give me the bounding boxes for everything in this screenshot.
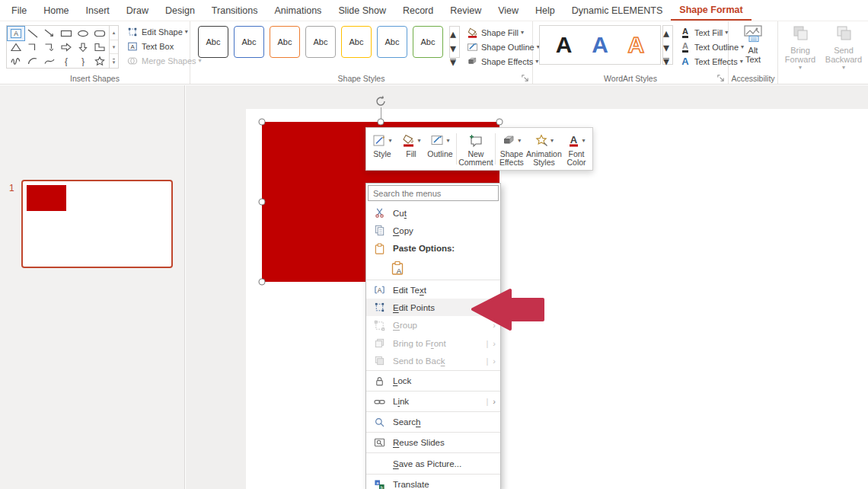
tab-view[interactable]: View [490, 0, 527, 21]
shape-elbow-connector-icon[interactable] [24, 40, 41, 54]
menu-item-save-as-picture[interactable]: Save as Picture... [366, 454, 500, 473]
tab-draw[interactable]: Draw [118, 0, 157, 21]
styles-scroll-up-button[interactable]: ▴ [450, 27, 459, 41]
shape-style-chip-3[interactable]: Abc [270, 26, 300, 58]
shape-arrow-line-icon[interactable] [41, 27, 58, 40]
tab-shape-format-active[interactable]: Shape Format [671, 0, 751, 21]
shape-fill-icon [466, 27, 478, 38]
shapes-gallery-scrollbar: ▴ ▾ ▾ [109, 26, 118, 68]
shape-effects-button[interactable]: Shape Effects ▾ [466, 54, 531, 69]
shape-curve-icon[interactable] [41, 54, 58, 68]
svg-text:A: A [570, 134, 578, 145]
mini-animation-styles-button[interactable]: ▾ Animation Styles [526, 130, 562, 168]
resize-handle-top-right[interactable] [496, 119, 503, 126]
tab-help[interactable]: Help [527, 0, 563, 21]
shape-elbow-arrow-icon[interactable] [41, 40, 58, 54]
resize-handle-middle-left[interactable] [259, 199, 266, 206]
shape-arc-icon[interactable] [24, 54, 41, 68]
wordart-scroll-up-button[interactable]: ▴ [663, 26, 672, 40]
alt-text-button[interactable]: Alt Text [733, 24, 773, 72]
mini-shape-effects-button[interactable]: ▾ Shape Effects [497, 130, 526, 168]
mini-font-color-button[interactable]: A▾ Font Color [562, 130, 591, 168]
merge-shapes-button[interactable]: Merge Shapes ▾ [126, 53, 189, 68]
menu-item-cut[interactable]: Cut [366, 204, 500, 222]
menu-item-send-to-back[interactable]: Send to Back |› [366, 352, 500, 369]
rotation-handle[interactable] [374, 94, 388, 108]
mini-new-comment-button[interactable]: New Comment [458, 130, 493, 168]
tab-animations[interactable]: Animations [266, 0, 330, 21]
shape-rounded-rect-icon[interactable] [91, 27, 108, 40]
group-wordart-styles: A A A ▴ ▾ ▾ A Text Fill ▾ A Text Outline… [533, 21, 729, 84]
mini-shape-effects-chevron-icon: ▾ [518, 137, 521, 144]
shape-triangle-icon[interactable] [8, 40, 24, 54]
tab-home[interactable]: Home [35, 0, 77, 21]
shape-effects-label: Shape Effects [481, 57, 533, 66]
shape-block-arrow-right-icon[interactable] [58, 40, 75, 54]
mini-outline-button[interactable]: ▾ Outline [426, 130, 455, 168]
menu-item-link[interactable]: Link |› [366, 392, 500, 411]
shape-left-brace-icon[interactable]: { [58, 54, 75, 68]
styles-more-button[interactable]: ▾ [450, 56, 459, 69]
thumbnail-red-rectangle [27, 185, 66, 211]
menu-item-reuse-slides[interactable]: Reuse Slides [366, 433, 500, 452]
tab-review[interactable]: Review [442, 0, 490, 21]
shapes-scroll-down-button[interactable]: ▾ [110, 40, 118, 55]
tab-transitions[interactable]: Transitions [203, 0, 266, 21]
resize-handle-bottom-left[interactable] [259, 279, 266, 286]
shape-oval-icon[interactable] [75, 27, 91, 40]
resize-handle-top-left[interactable] [259, 119, 266, 126]
resize-handle-top-center[interactable] [378, 119, 385, 126]
shape-style-chip-1[interactable]: Abc [198, 26, 228, 58]
wordart-more-button[interactable]: ▾ [663, 55, 672, 69]
shape-star-icon[interactable] [91, 54, 108, 68]
shape-style-chip-4[interactable]: Abc [305, 26, 336, 58]
wordart-group-label: WordArt Styles [533, 74, 728, 83]
wordart-style-orange-outline[interactable]: A [627, 34, 644, 56]
shape-scribble-icon[interactable] [8, 54, 24, 68]
shape-right-brace-icon[interactable]: } [75, 54, 91, 68]
lock-icon [373, 375, 385, 387]
menu-item-search[interactable]: Search [366, 413, 500, 431]
text-box-button[interactable]: A Text Box [126, 39, 189, 53]
shape-textbox-icon[interactable]: A [8, 27, 24, 40]
edit-text-icon: A [373, 284, 385, 296]
menu-item-copy[interactable]: Copy [366, 222, 500, 239]
menu-search-input[interactable] [368, 185, 499, 201]
group-accessibility: Alt Text Accessibility [729, 21, 778, 84]
styles-scroll-down-button[interactable]: ▾ [450, 41, 459, 56]
shapes-scroll-up-button[interactable]: ▴ [110, 26, 118, 40]
shape-block-arrow-down-icon[interactable] [75, 40, 91, 54]
shapes-more-button[interactable]: ▾ [110, 54, 118, 68]
shape-effects-cube-icon [502, 133, 516, 148]
shape-corner-icon[interactable] [91, 40, 108, 54]
wordart-scrollbar: ▴ ▾ ▾ [662, 25, 673, 65]
menu-item-lock[interactable]: Lock [366, 372, 500, 390]
menu-item-translate[interactable]: ab Translate [366, 475, 500, 489]
tab-design[interactable]: Design [157, 0, 203, 21]
tab-slide-show[interactable]: Slide Show [330, 0, 394, 21]
tab-dynamic-elements[interactable]: Dynamic ELEMENTS [563, 0, 671, 21]
mini-style-button[interactable]: ▾ Style [368, 130, 397, 168]
tab-insert[interactable]: Insert [78, 0, 118, 21]
shape-outline-button[interactable]: Shape Outline ▾ [466, 40, 531, 54]
shape-style-chip-5[interactable]: Abc [341, 26, 372, 58]
shape-rectangle-icon[interactable] [58, 27, 75, 40]
shape-style-chip-2[interactable]: Abc [234, 26, 264, 58]
mini-fill-button[interactable]: ▾ Fill [397, 130, 426, 168]
shape-style-chip-7[interactable]: Abc [413, 26, 443, 58]
menu-item-bring-to-front[interactable]: Bring to Front |› [366, 334, 500, 352]
send-backward-button[interactable]: Send Backward ▾ [822, 24, 865, 72]
wordart-style-blue[interactable]: A [592, 34, 608, 56]
edit-shape-button[interactable]: Edit Shape ▾ [126, 24, 189, 39]
slide-1-thumbnail[interactable] [21, 180, 173, 268]
paste-keep-formatting-button[interactable]: A [391, 260, 405, 276]
shape-line-icon[interactable] [24, 27, 41, 40]
shape-style-chip-6[interactable]: Abc [377, 26, 407, 58]
shapes-gallery: A { } [6, 25, 119, 69]
tab-record[interactable]: Record [394, 0, 442, 21]
shape-fill-button[interactable]: Shape Fill ▾ [466, 25, 531, 40]
tab-file[interactable]: File [3, 0, 35, 21]
wordart-style-black[interactable]: A [556, 34, 573, 56]
bring-forward-button[interactable]: Bring Forward ▾ [780, 24, 821, 72]
wordart-scroll-down-button[interactable]: ▾ [663, 40, 672, 55]
